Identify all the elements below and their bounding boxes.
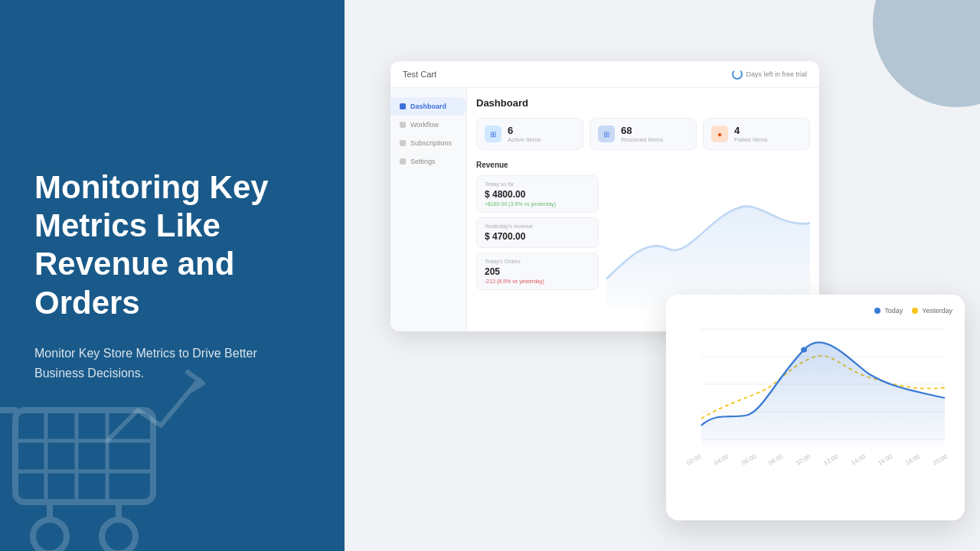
- legend-today-label: Today: [884, 307, 903, 315]
- legend-today: Today: [874, 307, 903, 315]
- rev-card-orders: Today's Orders 205 -213 (8.5% vs yesterd…: [476, 253, 599, 290]
- sidebar-item-subscriptions[interactable]: Subscriptions: [390, 134, 466, 152]
- metric-card-resolved: ⊞ 68 Resolved Items: [590, 118, 697, 150]
- legend-dot-yesterday: [912, 308, 918, 314]
- legend-yesterday-label: Yesterday: [922, 307, 952, 315]
- deco-circle: [873, 0, 980, 107]
- metric-resolved-num: 68: [621, 125, 663, 136]
- metric-active-num: 6: [508, 125, 541, 136]
- trial-badge: Days left in free trial: [732, 69, 807, 80]
- svg-point-7: [33, 520, 67, 551]
- sidebar-item-settings[interactable]: Settings: [390, 152, 466, 171]
- chart-area: 02:00 04:00 06:00 08:00 10:00 12:00 14:0…: [678, 322, 952, 491]
- dash-sidebar: Dashboard Workflow Subscriptions Setting…: [390, 88, 467, 331]
- metric-active-label: Active Items: [508, 136, 541, 143]
- metric-failed-label: Failed Items: [734, 136, 768, 143]
- sidebar-dot: [400, 140, 406, 146]
- dash-title: Dashboard: [476, 97, 810, 109]
- svg-rect-0: [15, 410, 153, 502]
- dashboard-card: Test Cart Days left in free trial Dashbo…: [390, 61, 819, 331]
- revenue-label: Revenue: [476, 161, 810, 169]
- metric-failed-num: 4: [734, 125, 768, 136]
- sidebar-dot: [400, 158, 406, 165]
- app-name: Test Cart: [403, 70, 436, 79]
- rev-card-yesterday: Yesterday's revenue $ 4700.00: [476, 217, 599, 248]
- sidebar-item-dashboard[interactable]: Dashboard: [390, 97, 466, 116]
- metric-icon-circle: ●: [711, 126, 728, 142]
- legend-dot-today: [874, 308, 880, 314]
- sidebar-dot: [400, 122, 406, 128]
- metric-icon-grid2: ⊞: [598, 126, 615, 142]
- dashboard-header: Test Cart Days left in free trial: [390, 61, 819, 88]
- right-panel: Test Cart Days left in free trial Dashbo…: [345, 0, 980, 551]
- metric-card-failed: ● 4 Failed Items: [703, 118, 810, 150]
- chart-legend: Today Yesterday: [678, 307, 952, 315]
- revenue-cards: Today so far $ 4800.00 +$180.00 (3.9% vs…: [476, 175, 599, 322]
- chart-card: Today Yesterday: [666, 295, 965, 520]
- sidebar-item-workflow[interactable]: Workflow: [390, 116, 466, 134]
- metric-card-active: ⊞ 6 Active Items: [476, 118, 583, 150]
- main-heading: Monitoring Key Metrics Like Revenue and …: [34, 168, 310, 323]
- metric-resolved-label: Resolved Items: [621, 136, 663, 143]
- svg-point-16: [801, 347, 807, 352]
- metric-row: ⊞ 6 Active Items ⊞ 68 Resolved Items: [476, 118, 810, 150]
- legend-yesterday: Yesterday: [912, 307, 952, 315]
- trial-icon: [732, 69, 743, 80]
- trial-text: Days left in free trial: [746, 70, 807, 78]
- metric-icon-grid: ⊞: [485, 126, 501, 142]
- cart-icon: [0, 387, 184, 551]
- left-panel: Monitoring Key Metrics Like Revenue and …: [0, 0, 345, 551]
- rev-card-today: Today so far $ 4800.00 +$180.00 (3.9% vs…: [476, 175, 599, 213]
- svg-point-8: [102, 520, 136, 551]
- sidebar-dot: [400, 103, 406, 109]
